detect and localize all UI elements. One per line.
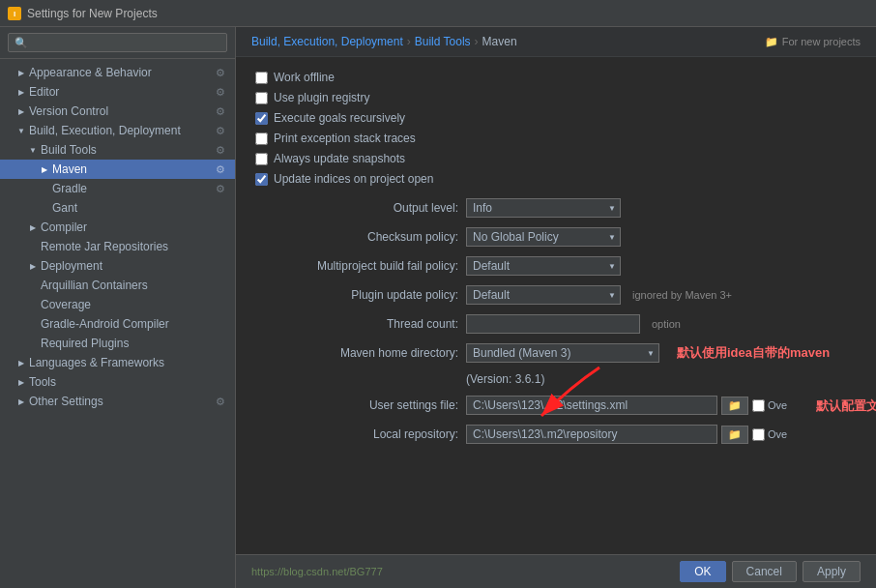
sidebar-item-deployment[interactable]: ▶ Deployment: [0, 256, 235, 276]
sidebar-item-label: Appearance & Behavior: [29, 66, 214, 79]
arrow-icon: ▶: [15, 67, 27, 78]
checkbox-update-indices-row: Update indices on project open: [255, 172, 857, 186]
user-settings-browse-button[interactable]: 📁: [721, 397, 748, 415]
local-repository-input[interactable]: [466, 425, 717, 444]
bottom-bar: https://blog.csdn.net/BG777 OK Cancel Ap…: [236, 554, 876, 588]
sidebar-item-label: Languages & Frameworks: [29, 356, 227, 369]
use-plugin-registry-checkbox[interactable]: [255, 92, 268, 104]
work-offline-checkbox[interactable]: [255, 72, 268, 84]
user-settings-override[interactable]: Ove: [752, 399, 787, 412]
plugin-update-policy-label: Plugin update policy:: [255, 288, 458, 302]
local-repository-file-row: 📁 Ove: [466, 425, 787, 444]
sidebar-item-label: Remote Jar Repositories: [41, 240, 227, 253]
plugin-update-policy-note: ignored by Maven 3+: [632, 289, 732, 301]
print-exception-checkbox[interactable]: [255, 132, 268, 145]
plugin-update-policy-select-wrapper[interactable]: Default Force Update Do Not Update Unspe…: [466, 285, 621, 305]
svg-text:I: I: [14, 10, 15, 18]
sidebar-item-label: Other Settings: [29, 395, 214, 408]
sidebar: ▶ Appearance & Behavior ⚙ ▶ Editor ⚙ ▶ V…: [0, 27, 236, 588]
local-repository-override[interactable]: Ove: [752, 428, 787, 441]
print-exception-label: Print exception stack traces: [274, 132, 416, 145]
arrow-icon: ▶: [15, 105, 27, 117]
thread-count-option: option: [652, 318, 681, 330]
update-indices-label: Update indices on project open: [274, 172, 433, 186]
maven-home-annotation: 默认使用idea自带的maven: [677, 344, 830, 362]
cancel-button[interactable]: Cancel: [732, 561, 797, 582]
sidebar-item-label: Coverage: [41, 298, 227, 311]
sidebar-item-gant[interactable]: ▶ Gant: [0, 198, 235, 218]
sidebar-item-languages[interactable]: ▶ Languages & Frameworks: [0, 353, 235, 372]
gear-icon: ⚙: [214, 66, 227, 79]
checkbox-plugin-registry-row: Use plugin registry: [255, 91, 857, 104]
local-repository-browse-button[interactable]: 📁: [721, 426, 748, 444]
checkbox-execute-goals-row: Execute goals recursively: [255, 111, 857, 125]
sidebar-item-build-tools[interactable]: ▼ Build Tools ⚙: [0, 140, 235, 160]
use-plugin-registry-label: Use plugin registry: [274, 91, 369, 104]
gear-icon: ⚙: [214, 182, 227, 195]
sidebar-item-remote-jar[interactable]: ▶ Remote Jar Repositories: [0, 237, 235, 256]
output-level-label: Output level:: [255, 201, 458, 215]
breadcrumb: Build, Execution, Deployment › Build Too…: [236, 27, 876, 57]
sidebar-item-version-control[interactable]: ▶ Version Control ⚙: [0, 102, 235, 121]
maven-home-row: Maven home directory: Bundled (Maven 3) …: [255, 343, 857, 363]
sidebar-item-gradle[interactable]: ▶ Gradle ⚙: [0, 179, 235, 198]
breadcrumb-sep2: ›: [475, 35, 479, 48]
user-settings-file-row: 📁 Ove: [466, 396, 787, 415]
multiproject-fail-policy-select[interactable]: Default Fail At End Fail Fast Never: [466, 256, 621, 276]
sidebar-item-gradle-android[interactable]: ▶ Gradle-Android Compiler: [0, 314, 235, 334]
user-settings-label: User settings file:: [255, 398, 458, 412]
sidebar-item-appearance[interactable]: ▶ Appearance & Behavior ⚙: [0, 63, 235, 82]
output-level-select[interactable]: Info Debug Warn Error: [466, 198, 621, 218]
sidebar-item-editor[interactable]: ▶ Editor ⚙: [0, 82, 235, 102]
execute-goals-checkbox[interactable]: [255, 112, 268, 125]
multiproject-fail-policy-select-wrapper[interactable]: Default Fail At End Fail Fast Never: [466, 256, 621, 276]
sidebar-item-required-plugins[interactable]: ▶ Required Plugins: [0, 334, 235, 353]
sidebar-item-coverage[interactable]: ▶ Coverage: [0, 295, 235, 314]
arrow-icon: ▶: [27, 260, 39, 272]
search-box[interactable]: [0, 27, 235, 59]
sidebar-item-label: Deployment: [41, 259, 227, 273]
sidebar-item-other-settings[interactable]: ▶ Other Settings ⚙: [0, 392, 235, 411]
user-settings-input[interactable]: [466, 396, 717, 415]
arrow-icon: ▼: [15, 125, 27, 136]
sidebar-item-label: Maven: [52, 162, 214, 176]
output-level-select-wrapper[interactable]: Info Debug Warn Error: [466, 198, 621, 218]
sidebar-item-label: Gant: [52, 201, 227, 215]
sidebar-item-compiler[interactable]: ▶ Compiler: [0, 218, 235, 237]
local-repository-override-checkbox[interactable]: [752, 428, 765, 441]
sidebar-item-label: Tools: [29, 375, 227, 389]
ok-button[interactable]: OK: [680, 561, 725, 582]
multiproject-fail-policy-row: Multiproject build fail policy: Default …: [255, 256, 857, 276]
always-update-checkbox[interactable]: [255, 153, 268, 165]
dialog-buttons: OK Cancel Apply: [680, 561, 861, 582]
checksum-policy-select[interactable]: No Global Policy Fail Warn Ignore: [466, 227, 621, 247]
maven-home-select-wrapper[interactable]: Bundled (Maven 3) Custom: [466, 343, 659, 363]
checksum-policy-label: Checksum policy:: [255, 230, 458, 244]
search-input[interactable]: [8, 33, 227, 52]
gear-icon: ⚙: [214, 85, 227, 99]
sidebar-item-tools[interactable]: ▶ Tools: [0, 372, 235, 392]
folder-icon: 📁: [765, 36, 778, 48]
sidebar-item-label: Gradle-Android Compiler: [41, 317, 227, 331]
gear-icon: ⚙: [214, 124, 227, 137]
apply-button[interactable]: Apply: [803, 561, 861, 582]
sidebar-item-maven[interactable]: ▶ Maven ⚙: [0, 160, 235, 179]
sidebar-item-arquillian[interactable]: ▶ Arquillian Containers: [0, 276, 235, 295]
checkbox-always-update-row: Always update snapshots: [255, 152, 857, 165]
update-indices-checkbox[interactable]: [255, 173, 268, 186]
breadcrumb-part3: Maven: [482, 35, 517, 48]
user-settings-override-checkbox[interactable]: [752, 399, 765, 412]
checkbox-print-exception-row: Print exception stack traces: [255, 132, 857, 145]
sidebar-item-label: Arquillian Containers: [41, 279, 227, 292]
breadcrumb-for-new: 📁 For new projects: [765, 36, 861, 48]
checksum-policy-select-wrapper[interactable]: No Global Policy Fail Warn Ignore: [466, 227, 621, 247]
always-update-label: Always update snapshots: [274, 152, 405, 165]
local-repository-override-label: Ove: [768, 428, 787, 440]
sidebar-item-build-execution[interactable]: ▼ Build, Execution, Deployment ⚙: [0, 121, 235, 140]
work-offline-label: Work offline: [274, 71, 335, 84]
maven-home-select[interactable]: Bundled (Maven 3) Custom: [466, 343, 659, 363]
plugin-update-policy-select[interactable]: Default Force Update Do Not Update Unspe…: [466, 285, 621, 305]
thread-count-input[interactable]: [466, 314, 640, 334]
arrow-icon: ▶: [15, 86, 27, 98]
breadcrumb-part1: Build, Execution, Deployment: [251, 35, 403, 48]
